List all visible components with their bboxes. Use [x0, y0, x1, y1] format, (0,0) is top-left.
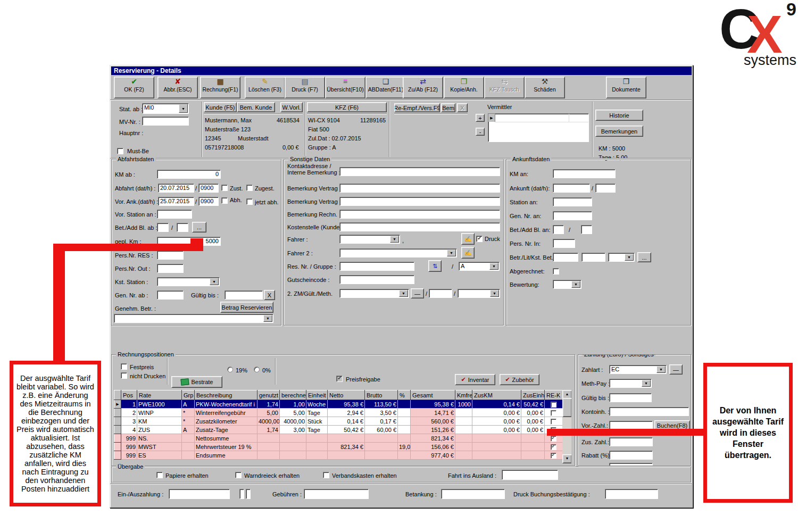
invoice-row[interactable]: ▶1PWE1000APKW-Wochenendtarif i1,741,00Wo…: [114, 400, 563, 409]
toolbar-button-abbr-esc-[interactable]: ✘Abbr.(ESC): [157, 77, 198, 98]
mv-nr-input[interactable]: [142, 117, 189, 126]
invoice-cell[interactable]: [365, 451, 398, 460]
toolbar-button-ok-f2-[interactable]: ✔OK (F2): [114, 77, 154, 98]
table-scrollbar[interactable]: ▲ ▼: [562, 390, 571, 463]
invoice-cell[interactable]: Nettosumme: [195, 434, 257, 443]
invoice-cell[interactable]: 113,50 €: [365, 400, 398, 409]
invoice-column-header[interactable]: Brutto: [365, 390, 398, 400]
festpreis-checkbox[interactable]: [121, 363, 127, 370]
toolbar-button-zu-ab-f12-[interactable]: ⇄Zu/Ab (F12): [403, 77, 443, 98]
invoice-cell[interactable]: [398, 417, 411, 426]
kst-bet-combo[interactable]: ▼: [608, 253, 635, 262]
invoice-cell[interactable]: [398, 451, 411, 460]
invoice-cell[interactable]: 1,00: [280, 400, 306, 409]
invoice-column-header[interactable]: Kmfrei: [455, 390, 472, 400]
historie-button[interactable]: Historie: [595, 110, 643, 121]
betankung-input[interactable]: [441, 489, 505, 499]
invoice-cell[interactable]: [521, 451, 545, 460]
zahlung-gueltig-input[interactable]: [609, 393, 652, 402]
kostenstelle-input[interactable]: [339, 222, 500, 231]
toolbar-button-schäden[interactable]: ⚒Schäden: [525, 77, 565, 98]
gen-nr-ab-input[interactable]: [157, 290, 184, 300]
invoice-cell[interactable]: Zusatzkilometer: [195, 417, 257, 426]
invoice-cell[interactable]: [472, 434, 521, 443]
zubehoer-button[interactable]: ✔Zubehör: [500, 374, 539, 385]
invoice-cell[interactable]: [472, 451, 521, 460]
jetzt-abh-checkbox[interactable]: [246, 198, 253, 205]
zm-meth-combo[interactable]: ▼: [458, 289, 500, 298]
km-ab-input[interactable]: 0: [157, 170, 221, 179]
invoice-cell[interactable]: [545, 451, 563, 460]
toolbar-button-kopie-anh-[interactable]: ❐Kopie/Anh.: [444, 77, 484, 98]
fahrt-ausland-input[interactable]: [502, 470, 558, 480]
invoice-cell[interactable]: 1,74: [257, 426, 280, 434]
invoice-cell[interactable]: 5,00: [257, 409, 280, 417]
kontakt-input[interactable]: [339, 167, 500, 176]
invoice-row[interactable]: 4ZUSAZusatz-Tage1,743,00Tage50,42 €60,00…: [114, 426, 563, 434]
zahlart-combo[interactable]: EC ▼: [609, 365, 667, 374]
invoice-cell[interactable]: 560,00 €: [411, 417, 455, 426]
vermittler-list[interactable]: ▶: [488, 113, 589, 142]
invoice-cell[interactable]: WINP: [137, 409, 182, 417]
re-k-checkbox[interactable]: [551, 436, 556, 442]
invoice-cell[interactable]: [472, 443, 521, 451]
chevron-down-icon[interactable]: ▼: [390, 236, 399, 243]
invoice-cell[interactable]: 999: [121, 434, 137, 443]
row-selector[interactable]: ▶: [114, 400, 121, 409]
invoice-cell[interactable]: [257, 451, 280, 460]
invoice-cell[interactable]: PWE1000: [137, 400, 182, 409]
genehm-betr-combo[interactable]: ▼: [114, 314, 273, 323]
gruppe-combo[interactable]: A ▼: [459, 262, 500, 271]
row-selector[interactable]: [114, 417, 121, 426]
invoice-cell[interactable]: [455, 426, 472, 434]
toolbar-button-übersicht-f10-[interactable]: ≡Übersicht(F10): [325, 77, 365, 98]
wvorl-button[interactable]: W.Vorl.: [280, 102, 303, 112]
ankunft-time-input[interactable]: [595, 184, 616, 193]
warndreieck-checkbox[interactable]: [235, 472, 242, 478]
invoice-cell[interactable]: Winterreifengebühr: [195, 409, 257, 417]
invoice-row[interactable]: 999MWSTMehrwertsteuer 19 %821,34 €19,015…: [114, 443, 563, 451]
invoice-cell[interactable]: [455, 434, 472, 443]
chevron-down-icon[interactable]: ▼: [656, 366, 666, 373]
chevron-down-icon[interactable]: ▼: [571, 281, 580, 288]
vermittler-remove-button[interactable]: -: [476, 128, 485, 136]
invoice-cell[interactable]: A: [182, 426, 195, 434]
invoice-cell[interactable]: 0,17 €: [365, 417, 398, 426]
re-k-checkbox[interactable]: [551, 402, 556, 408]
window-titlebar[interactable]: Reservierung - Details: [111, 66, 692, 75]
lit-input[interactable]: [581, 253, 605, 262]
gueltig-clear-button[interactable]: X: [264, 290, 275, 300]
kfz-button[interactable]: KFZ (F6): [307, 102, 387, 112]
verbandskasten-checkbox[interactable]: [323, 472, 329, 478]
kontoinh-input[interactable]: [609, 407, 689, 416]
invoice-cell[interactable]: [545, 417, 563, 426]
invoice-cell[interactable]: 60,00 €: [365, 426, 398, 434]
betrag-reservieren-button[interactable]: Betrag Reservieren: [220, 302, 273, 313]
invoice-cell[interactable]: [182, 443, 195, 451]
rabatt-input[interactable]: [609, 451, 653, 460]
pers-nr-out-input[interactable]: [157, 264, 184, 273]
meth-pay-combo[interactable]: ▼: [609, 379, 652, 388]
invoice-cell[interactable]: 0,00 €: [472, 409, 521, 417]
invoice-cell[interactable]: [365, 434, 398, 443]
bemerkungen-button[interactable]: Bemerkungen: [595, 126, 643, 137]
re-empf-button[interactable]: Re-Empf./Vers.F9: [394, 103, 440, 112]
invoice-cell[interactable]: 3: [121, 417, 137, 426]
invoice-column-header[interactable]: RE-K: [545, 390, 563, 400]
fahrer2-combo[interactable]: ▼: [339, 248, 457, 257]
re-k-checkbox[interactable]: [551, 444, 556, 450]
gebuehren-input[interactable]: [304, 489, 369, 499]
invoice-cell[interactable]: [365, 443, 398, 451]
invoice-cell[interactable]: 1000: [455, 400, 472, 409]
invoice-cell[interactable]: 95,38 €: [328, 400, 365, 409]
invoice-cell[interactable]: *: [182, 409, 195, 417]
invoice-cell[interactable]: 14,71 €: [411, 409, 455, 417]
abgerechnet-checkbox[interactable]: [553, 268, 559, 275]
invoice-column-header[interactable]: ZusEinh: [521, 390, 545, 400]
invoice-cell[interactable]: 0,00 €: [472, 426, 521, 434]
invoice-cell[interactable]: 2: [121, 409, 137, 417]
invoice-cell[interactable]: NS.: [137, 434, 182, 443]
vor-station-input[interactable]: [157, 210, 192, 219]
ein-auszahlung-input[interactable]: [169, 489, 230, 499]
invoice-cell[interactable]: Tage: [306, 426, 328, 434]
